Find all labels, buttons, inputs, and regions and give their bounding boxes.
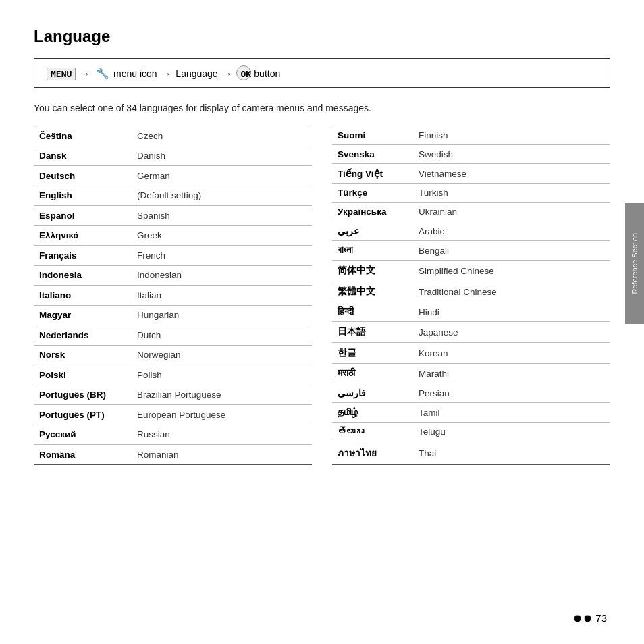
lang-english: Ukrainian [413,203,610,221]
table-row: MagyarHungarian [34,305,312,325]
lang-english: Swedish [413,145,610,164]
table-row: 简体中文Simplified Chinese [332,261,610,281]
lang-native: 한글 [332,343,413,364]
lang-native: Čeština [34,126,132,146]
lang-english: Japanese [413,322,610,343]
description-text: You can select one of 34 languages for d… [34,103,610,113]
lang-english: Romanian [132,445,312,465]
left-language-table: ČeštinaCzechDanskDanishDeutschGermanEngl… [34,126,312,465]
lang-english: Tamil [413,403,610,423]
table-row: 繁體中文Traditional Chinese [332,281,610,302]
table-row: DeutschGerman [34,166,312,186]
lang-native: Português (BR) [34,385,132,405]
table-row: ΕλληνικάGreek [34,225,312,246]
lang-native: Nederlands [34,325,132,346]
table-row: ItalianoItalian [34,286,312,306]
lang-english: European Portuguese [132,405,312,425]
page-title: Language [34,27,610,46]
lang-english: (Default setting) [132,186,312,206]
lang-native: 日本語 [332,322,413,343]
lang-english: Turkish [413,184,610,203]
right-language-table: SuomiFinnishSvenskaSwedishTiếng ViệtViet… [332,126,610,465]
lang-native: Português (PT) [34,405,132,425]
wrench-icon: 🔧 [96,68,109,79]
lang-native: తెలుగు [332,423,413,441]
lang-english: Bengali [413,241,610,261]
table-row: Português (PT)European Portuguese [34,405,312,425]
lang-english: Greek [132,225,312,246]
lang-english: Finnish [413,126,610,145]
lang-english: German [132,166,312,186]
reference-section-tab: Reference Section [625,203,644,324]
lang-native: Ελληνικά [34,225,132,246]
lang-native: Română [34,445,132,465]
table-row: ภาษาไทยThai [332,441,610,465]
lang-english: Danish [132,146,312,166]
table-row: УкраїнськаUkrainian [332,203,610,221]
lang-english: Norwegian [132,345,312,365]
reference-section-label: Reference Section [630,233,639,294]
lang-native: English [34,186,132,206]
lang-english: Hungarian [132,305,312,325]
table-row: РусскийRussian [34,425,312,445]
table-row: हिन्दीHindi [332,302,610,322]
lang-native: Indonesia [34,265,132,286]
lang-english: Vietnamese [413,164,610,184]
lang-english: Simplified Chinese [413,261,610,281]
lang-native: Norsk [34,345,132,365]
lang-native: Русский [34,425,132,445]
lang-native: عربي [332,221,413,241]
table-row: TürkçeTurkish [332,184,610,203]
lang-english: Dutch [132,325,312,346]
table-row: বাংলাBengali [332,241,610,261]
table-row: NorskNorwegian [34,345,312,365]
lang-native: मराठी [332,364,413,383]
table-row: 한글Korean [332,343,610,364]
table-row: मराठीMarathi [332,364,610,383]
lang-english: Thai [413,441,610,465]
table-row: DanskDanish [34,146,312,166]
table-row: Português (BR)Brazilian Portuguese [34,385,312,405]
lang-english: Korean [413,343,610,364]
table-row: RomânăRomanian [34,445,312,465]
table-row: தமிழ்Tamil [332,403,610,423]
table-row: Tiếng ViệtVietnamese [332,164,610,184]
lang-english: Telugu [413,423,610,441]
page-number-area: ⏺⏺ 73 [572,612,607,624]
lang-native: Tiếng Việt [332,164,413,184]
lang-native: 繁體中文 [332,281,413,302]
lang-english: Brazilian Portuguese [132,385,312,405]
lang-english: Traditional Chinese [413,281,610,302]
table-row: EspañolSpanish [34,206,312,226]
lang-native: 简体中文 [332,261,413,281]
table-row: English(Default setting) [34,186,312,206]
table-row: PolskiPolish [34,365,312,385]
table-row: తెలుగుTelugu [332,423,610,441]
table-row: SvenskaSwedish [332,145,610,164]
table-row: ČeštinaCzech [34,126,312,146]
lang-native: Suomi [332,126,413,145]
table-row: FrançaisFrench [34,246,312,266]
lang-native: Français [34,246,132,266]
lang-native: Svenska [332,145,413,164]
lang-native: Italiano [34,286,132,306]
lang-english: Indonesian [132,265,312,286]
lang-english: Arabic [413,221,610,241]
lang-native: हिन्दी [332,302,413,322]
lang-english: Persian [413,383,610,403]
table-row: IndonesiaIndonesian [34,265,312,286]
lang-english: Polish [132,365,312,385]
table-row: فارسیPersian [332,383,610,403]
lang-english: Hindi [413,302,610,322]
menu-path-box: MENU → 🔧 menu icon → Language → OK butto… [34,58,610,88]
lang-native: Deutsch [34,166,132,186]
lang-english: Spanish [132,206,312,226]
lang-native: தமிழ் [332,403,413,423]
language-table-container: ČeštinaCzechDanskDanishDeutschGermanEngl… [34,126,610,465]
lang-english: French [132,246,312,266]
lang-native: Türkçe [332,184,413,203]
table-row: عربيArabic [332,221,610,241]
lang-native: বাংলা [332,241,413,261]
lang-native: Polski [34,365,132,385]
table-row: SuomiFinnish [332,126,610,145]
